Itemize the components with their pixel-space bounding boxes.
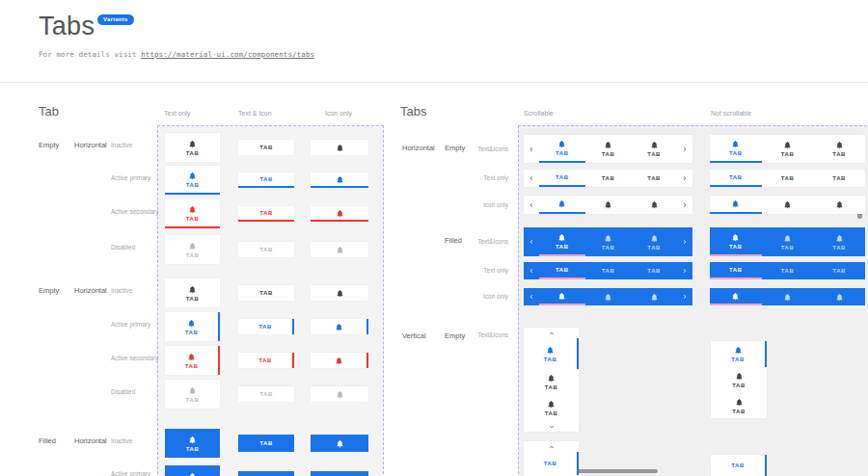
scroll-left-button[interactable]	[524, 135, 539, 163]
scroll-left-button[interactable]	[524, 227, 539, 256]
tab-item[interactable]: TAB	[710, 262, 762, 279]
tab-cell[interactable]: TAB	[238, 140, 294, 155]
tab-item[interactable]: TAB	[539, 170, 585, 187]
tab-item[interactable]: TAB	[585, 135, 632, 163]
tab-cell[interactable]: TAB	[238, 242, 294, 257]
tab-item[interactable]: TAB	[524, 369, 579, 395]
tab-text: TAB	[729, 244, 743, 250]
tab-item[interactable]	[813, 288, 865, 305]
tab-item[interactable]: TAB	[585, 170, 632, 187]
scroll-right-button[interactable]	[677, 227, 692, 256]
tab-cell[interactable]	[311, 386, 368, 402]
bell-icon	[336, 439, 344, 448]
bell-icon	[547, 400, 556, 409]
tab-item[interactable]	[813, 196, 865, 214]
tab-item[interactable]: TAB	[813, 170, 865, 187]
tab-item[interactable]	[585, 288, 632, 305]
tab-item[interactable]	[762, 196, 814, 214]
tab-cell[interactable]	[311, 285, 368, 301]
scroll-up-button[interactable]	[524, 328, 579, 338]
tab-cell[interactable]: TAB	[238, 353, 294, 368]
tab-cell[interactable]: TAB	[238, 386, 294, 402]
tab-cell[interactable]: TAB	[165, 429, 220, 458]
tab-item[interactable]	[631, 196, 677, 214]
tab-item[interactable]: TAB	[524, 338, 579, 369]
state-label: Inactive	[111, 437, 132, 444]
tab-item[interactable]: TAB	[711, 367, 767, 393]
tab-item[interactable]: TAB	[711, 393, 767, 418]
tab-cell[interactable]	[311, 319, 368, 334]
scroll-right-button[interactable]	[677, 170, 692, 187]
tab-cell[interactable]	[311, 353, 368, 368]
scroll-left-button[interactable]	[524, 170, 539, 187]
tab-item[interactable]	[631, 288, 677, 305]
scroll-left-button[interactable]	[524, 196, 539, 214]
bell-icon	[336, 289, 344, 298]
tab-item[interactable]: TAB	[539, 135, 585, 163]
tab-cell[interactable]	[311, 140, 368, 155]
tab-cell[interactable]: TAB	[238, 172, 294, 188]
tab-cell[interactable]: TAB	[165, 199, 220, 228]
tab-cell[interactable]	[311, 471, 368, 476]
tab-item[interactable]: TAB	[524, 452, 579, 475]
tab-item[interactable]	[710, 196, 762, 214]
tab-item[interactable]: TAB	[631, 135, 677, 163]
tab-cell[interactable]: TAB	[165, 133, 220, 162]
tab-text: TAB	[602, 175, 615, 181]
scroll-up-button[interactable]	[524, 441, 579, 452]
tab-item[interactable]: TAB	[585, 227, 632, 256]
tab-cell[interactable]: TAB	[238, 206, 294, 222]
tab-item[interactable]	[539, 288, 585, 305]
tab-item[interactable]: TAB	[631, 262, 677, 279]
scrollable-tabs-bar	[524, 196, 692, 214]
scroll-right-button[interactable]	[677, 262, 692, 279]
scroll-right-button[interactable]	[677, 135, 692, 163]
tab-item[interactable]: TAB	[762, 135, 814, 163]
tab-item[interactable]	[539, 196, 585, 214]
tab-cell[interactable]	[311, 172, 368, 188]
tab-cell[interactable]: TAB	[165, 235, 220, 264]
tab-item[interactable]: TAB	[813, 227, 865, 256]
tab-item[interactable]: TAB	[539, 262, 585, 279]
tab-item[interactable]: TAB	[631, 227, 677, 256]
tab-item[interactable]: TAB	[539, 227, 585, 256]
tab-cell[interactable]: TAB	[165, 278, 220, 307]
tab-cell[interactable]: TAB	[165, 380, 220, 409]
scroll-left-button[interactable]	[524, 262, 539, 279]
tab-cell[interactable]	[311, 206, 368, 222]
details-link[interactable]: https://material-ui.com/components/tabs	[141, 50, 314, 59]
tab-item[interactable]: TAB	[762, 170, 814, 187]
tab-item[interactable]: TAB	[524, 395, 579, 421]
tab-cell[interactable]: TAB	[238, 285, 294, 301]
tab-item[interactable]: TAB	[813, 262, 865, 279]
scroll-left-button[interactable]	[524, 288, 539, 305]
bell-icon	[835, 141, 844, 149]
tab-cell[interactable]	[311, 435, 368, 452]
tab-cell[interactable]: TAB	[238, 319, 294, 334]
tab-item[interactable]: TAB	[710, 170, 762, 187]
tab-item[interactable]: TAB	[585, 262, 632, 279]
tab-item[interactable]	[762, 288, 814, 305]
tab-item[interactable]: TAB	[710, 227, 762, 256]
tab-cell[interactable]: TAB	[165, 166, 220, 195]
tab-item[interactable]: TAB	[762, 227, 814, 256]
tab-text: TAB	[186, 216, 200, 222]
tab-text: TAB	[602, 268, 615, 274]
tab-cell[interactable]: TAB	[238, 471, 294, 476]
scroll-right-button[interactable]	[677, 196, 692, 214]
tab-item[interactable]: TAB	[710, 135, 762, 163]
tab-item[interactable]: TAB	[762, 262, 814, 279]
tab-item[interactable]: TAB	[813, 135, 865, 163]
tab-cell[interactable]: TAB	[238, 435, 294, 452]
tab-item[interactable]: TAB	[631, 170, 677, 187]
tab-cell[interactable]	[311, 242, 368, 257]
tab-cell[interactable]: TAB	[165, 346, 220, 375]
tab-item[interactable]: TAB	[711, 341, 767, 367]
scroll-down-button[interactable]	[524, 421, 579, 432]
tab-item[interactable]: TAB	[711, 455, 767, 476]
scroll-right-button[interactable]	[677, 288, 692, 305]
tab-item[interactable]	[710, 288, 762, 305]
tab-cell[interactable]: TAB	[165, 465, 220, 476]
tab-item[interactable]	[585, 196, 632, 214]
tab-cell[interactable]: TAB	[165, 312, 220, 341]
